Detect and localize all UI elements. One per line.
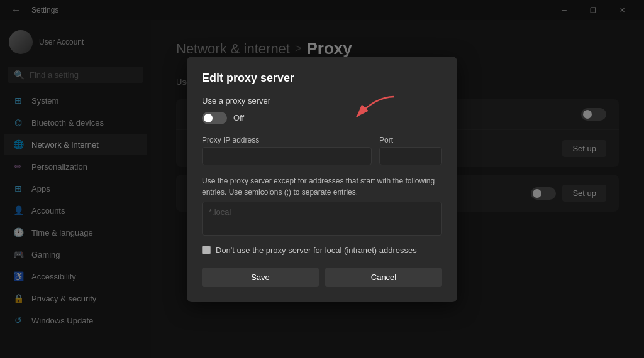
port-field-group: Port [379,136,442,165]
modal-overlay[interactable]: Edit proxy server Use a proxy server Off… [0,0,644,358]
ip-label: Proxy IP address [202,136,372,144]
use-proxy-server-label: Use a proxy server [202,96,442,106]
local-intranet-label: Don't use the proxy server for local (in… [216,246,417,255]
exceptions-input[interactable] [202,202,442,236]
save-button[interactable]: Save [202,268,319,287]
exceptions-label: Use the proxy server except for addresse… [202,175,442,198]
port-label: Port [379,136,442,144]
cancel-button[interactable]: Cancel [325,268,442,287]
modal-toggle-label: Off [233,113,244,122]
ip-field-group: Proxy IP address [202,136,372,165]
ip-input[interactable] [202,147,372,165]
modal-title: Edit proxy server [202,72,442,85]
local-intranet-checkbox[interactable] [202,246,211,254]
fields-row: Proxy IP address Port [202,136,442,165]
modal-proxy-toggle[interactable] [202,112,227,124]
modal-toggle-knob [204,114,213,122]
modal-toggle-row: Off [202,112,442,124]
edit-proxy-modal: Edit proxy server Use a proxy server Off… [187,57,457,302]
port-input[interactable] [379,147,442,165]
checkbox-row: Don't use the proxy server for local (in… [202,246,442,255]
modal-footer: Save Cancel [202,268,442,287]
